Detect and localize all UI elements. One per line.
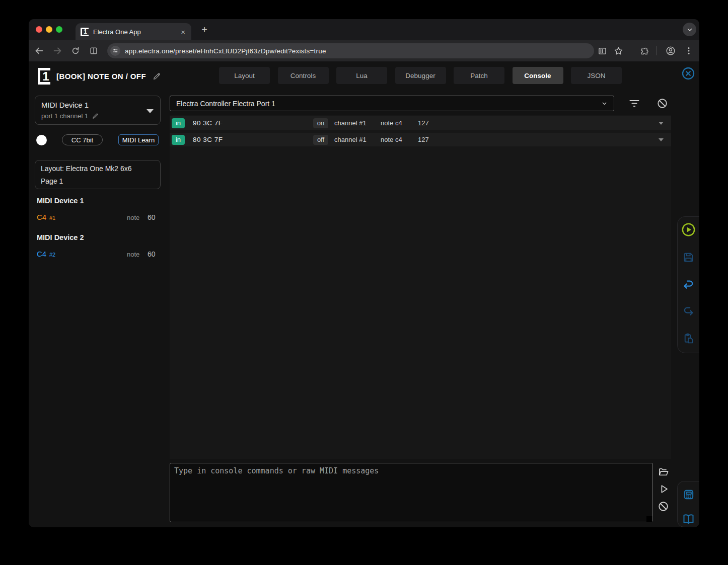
midi-learn-button[interactable]: MIDI Learn [118, 134, 159, 145]
tab-patch[interactable]: Patch [454, 67, 504, 84]
layout-name: Layout: Electra One Mk2 6x6 [41, 165, 132, 173]
forward-button[interactable] [50, 44, 64, 58]
browser-tab[interactable]: 1 Electra One App × [76, 23, 191, 40]
profile-button[interactable] [664, 44, 678, 58]
documentation-button[interactable] [682, 512, 695, 526]
extensions-button[interactable] [637, 44, 651, 58]
expand-row-chevron-icon[interactable] [659, 122, 664, 125]
device-select-detail: port 1 channel 1 [41, 112, 88, 120]
log-channel: channel #1 [334, 119, 367, 127]
url-bar[interactable]: app.electra.one/preset/eHnhCxLlUD2Pjt63z… [107, 43, 594, 58]
preset-title: [BOOK] NOTE ON / OFF [56, 72, 146, 80]
device-enabled-toggle[interactable] [36, 135, 47, 145]
edit-device-pencil-icon[interactable] [92, 112, 99, 120]
filter-icon [628, 97, 640, 109]
midi-device-select[interactable]: MIDI Device 1 port 1 channel 1 [35, 96, 161, 125]
star-icon [613, 46, 624, 56]
tab-lua[interactable]: Lua [336, 67, 387, 84]
midi-monitor-button[interactable] [682, 488, 695, 501]
control-name: C4 [37, 213, 46, 221]
url-text: app.electra.one/preset/eHnhCxLlUD2Pjt63z… [125, 47, 326, 55]
ban-icon [657, 98, 668, 109]
expand-row-chevron-icon[interactable] [659, 138, 664, 141]
puzzle-icon [639, 46, 649, 56]
tab-json[interactable]: JSON [571, 67, 622, 84]
electra-logo: 1 [38, 68, 50, 85]
bookmark-button[interactable] [611, 44, 625, 58]
ban-icon [658, 501, 669, 512]
window-zoom-button[interactable] [56, 26, 62, 33]
midi-bytes: 80 3C 7F [193, 136, 223, 143]
control-list-item[interactable]: C4 #1 note 60 [29, 213, 161, 223]
tab-debugger[interactable]: Debugger [395, 67, 446, 84]
window-minimize-button[interactable] [46, 26, 52, 33]
control-kind: note [127, 251, 139, 258]
midi-port-select-value: Electra Controller Electra Port 1 [176, 100, 601, 108]
log-note: note c4 [381, 136, 402, 143]
clear-log-button[interactable] [656, 97, 668, 109]
send-command-button[interactable] [658, 483, 670, 495]
console-log-panel: in 90 3C 7F on channel #1 note c4 127 in… [170, 115, 671, 459]
control-id: #1 [49, 215, 55, 221]
back-button[interactable] [32, 44, 46, 58]
direction-badge: in [172, 135, 185, 145]
log-channel: channel #1 [334, 136, 367, 143]
midi-port-select[interactable]: Electra Controller Electra Port 1 [170, 96, 614, 111]
device-select-name: MIDI Device 1 [41, 101, 89, 109]
toolbar-divider [657, 46, 657, 55]
console-device-icon [682, 488, 695, 501]
clear-input-button[interactable] [657, 500, 669, 512]
cc-7bit-button[interactable]: CC 7bit [62, 134, 103, 145]
chevron-down-icon [147, 109, 154, 113]
close-editor-button[interactable] [682, 67, 695, 80]
clipboard-paste-icon [682, 332, 695, 345]
undo-button[interactable] [682, 278, 695, 292]
save-floppy-icon [682, 251, 695, 264]
new-tab-button[interactable]: + [198, 23, 211, 36]
browser-window: 1 Electra One App × + app.electra.one/pr… [29, 19, 699, 527]
log-note: note c4 [381, 119, 402, 127]
tab-search-button[interactable] [683, 23, 696, 36]
tab-title: Electra One App [93, 28, 180, 36]
device-section-heading: MIDI Device 1 [37, 197, 84, 205]
electra-favicon-icon: 1 [81, 28, 89, 36]
chevron-down-icon [601, 100, 608, 107]
forward-arrow-icon [52, 45, 63, 56]
tab-layout[interactable]: Layout [219, 67, 270, 84]
reload-button[interactable] [68, 44, 83, 58]
folder-open-icon [658, 466, 669, 478]
filter-log-button[interactable] [628, 97, 640, 109]
direction-badge: in [172, 118, 185, 128]
avatar-icon [665, 45, 676, 56]
log-value: 127 [418, 136, 429, 143]
control-value: 60 [148, 213, 156, 221]
window-close-button[interactable] [36, 26, 42, 33]
tab-controls[interactable]: Controls [278, 67, 329, 84]
tab-strip: 1 Electra One App × + [29, 19, 699, 40]
log-value: 127 [418, 119, 429, 127]
chevron-down-icon [686, 26, 693, 33]
paste-button[interactable] [682, 332, 695, 345]
console-command-input[interactable] [170, 463, 653, 522]
control-value: 60 [148, 250, 156, 258]
browser-menu-button[interactable] [682, 44, 696, 58]
log-row: in 90 3C 7F on channel #1 note c4 127 [170, 116, 671, 130]
save-preset-button[interactable] [682, 251, 695, 264]
page-name: Page 1 [41, 177, 63, 185]
tab-close-icon[interactable]: × [180, 28, 186, 36]
edit-title-pencil-icon[interactable] [152, 71, 162, 81]
textarea-resize-handle[interactable] [646, 516, 652, 522]
note-state-badge: on [313, 118, 328, 128]
load-commands-button[interactable] [657, 466, 669, 478]
run-preset-button[interactable] [682, 223, 695, 236]
side-panel-button[interactable] [595, 44, 609, 58]
redo-button[interactable] [682, 305, 695, 318]
tab-console[interactable]: Console [513, 67, 563, 84]
site-info-icon[interactable] [110, 46, 120, 56]
send-triangle-icon [659, 483, 670, 495]
control-name: C4 [37, 250, 46, 258]
kebab-menu-icon [684, 46, 694, 56]
reading-mode-button[interactable] [87, 44, 101, 58]
control-list-item[interactable]: C4 #2 note 60 [29, 250, 161, 260]
layout-info-box: Layout: Electra One Mk2 6x6 Page 1 [35, 160, 161, 189]
